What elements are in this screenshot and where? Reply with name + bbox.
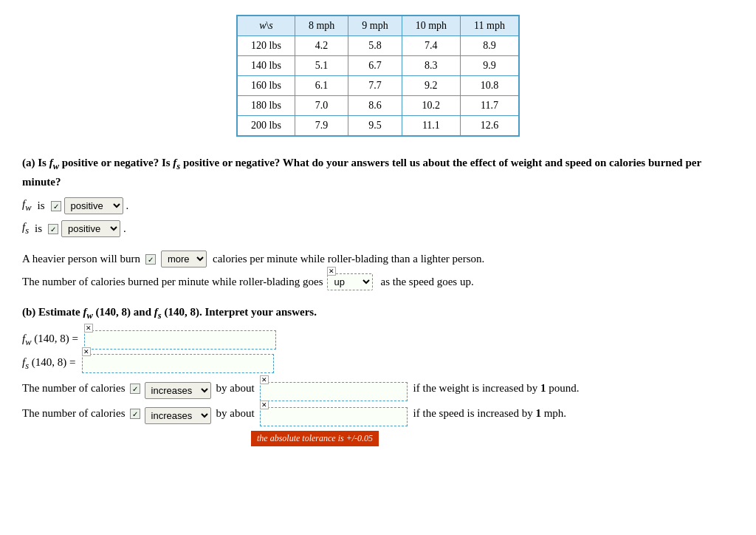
table-header-10mph: 10 mph: [402, 16, 460, 36]
cell-180-10: 10.2: [402, 96, 460, 116]
by-about-1: by about: [216, 382, 255, 395]
speed-text2: if the speed is increased by 1 mph.: [413, 407, 566, 420]
up-dropdown[interactable]: up down: [327, 273, 373, 290]
table-header-11mph: 11 mph: [461, 16, 519, 36]
more-dropdown[interactable]: more fewer: [161, 251, 207, 268]
cell-160-11: 10.8: [461, 76, 519, 96]
fs-140-row: fs (140, 8) = ✕: [22, 354, 734, 373]
fs-140-input[interactable]: [82, 354, 274, 373]
part-b-label: (b): [22, 306, 35, 318]
cell-120-8: 4.2: [295, 36, 348, 56]
up-input-wrapper: ✕ up down: [327, 273, 373, 290]
speed-text1: The number of calories burned per minute…: [22, 276, 323, 288]
cal-weight-input[interactable]: [260, 382, 408, 401]
part-a-section: (a) Is fw positive or negative? Is fs po…: [22, 154, 734, 290]
cell-200-10: 11.1: [402, 116, 460, 137]
speed-text2: as the speed goes up.: [380, 276, 473, 288]
check-indicator-fs: ✓: [48, 222, 58, 235]
weight-increase-input-wrapper: ✕: [260, 382, 408, 401]
fs-140-input-wrapper: ✕: [82, 354, 274, 373]
cell-180-11: 11.7: [461, 96, 519, 116]
heavier-person-row: A heavier person will burn ✓ more fewer …: [22, 251, 734, 268]
fs-answer-row: fs is ✓ positive negative .: [22, 220, 734, 237]
fs-variable: fs: [22, 221, 29, 236]
cell-120-11: 8.9: [461, 36, 519, 56]
x-mark-speed[interactable]: ✕: [327, 267, 336, 276]
tolerance-tooltip: the absolute tolerance is +/-0.05: [251, 431, 379, 446]
table-header-ws: w\s: [237, 16, 295, 36]
cell-200-9: 9.5: [348, 116, 402, 137]
cell-160-9: 7.7: [348, 76, 402, 96]
cell-200-8: 7.9: [295, 116, 348, 137]
weight-200: 200 lbs: [237, 116, 295, 137]
table-header-9mph: 9 mph: [348, 16, 402, 36]
cal-weight-row: The number of calories ✓ increases decre…: [22, 382, 734, 401]
cell-200-11: 12.6: [461, 116, 519, 137]
by-about-2: by about: [216, 407, 255, 420]
check-indicator-increases1: ✓: [130, 382, 140, 395]
increases-dropdown-1[interactable]: increases decreases: [145, 382, 211, 399]
cell-140-11: 9.9: [461, 56, 519, 76]
increases-dropdown-2[interactable]: increases decreases: [145, 407, 211, 424]
fw-140-label: fw (140, 8) =: [22, 333, 78, 348]
fw-answer-row: fw is ✓ positive negative .: [22, 197, 734, 214]
cell-140-8: 5.1: [295, 56, 348, 76]
weight-180: 180 lbs: [237, 96, 295, 116]
tolerance-tooltip-wrapper: the absolute tolerance is +/-0.05: [251, 429, 734, 446]
fs-positive-dropdown[interactable]: positive negative: [61, 220, 120, 237]
cell-180-8: 7.0: [295, 96, 348, 116]
cal-speed-input[interactable]: [260, 407, 408, 426]
fw-140-input-wrapper: ✕: [84, 330, 276, 350]
weight-text2: if the weight is increased by 1 pound.: [413, 382, 580, 395]
cell-140-9: 6.7: [348, 56, 402, 76]
cell-140-10: 8.3: [402, 56, 460, 76]
fw-variable: fw: [22, 198, 32, 214]
heavier-text2: calories per minute while roller-blading…: [213, 253, 484, 265]
speed-row: The number of calories burned per minute…: [22, 273, 734, 290]
part-a-label: (a): [22, 157, 35, 168]
part-b-section: (b) Estimate fw (140, 8) and fs (140, 8)…: [22, 304, 734, 446]
fw-140-input[interactable]: [84, 330, 276, 350]
weight-120: 120 lbs: [237, 36, 295, 56]
check-indicator-increases2: ✓: [130, 407, 140, 420]
cell-120-10: 7.4: [402, 36, 460, 56]
check-indicator-fw: ✓: [51, 200, 61, 212]
table-row: 180 lbs 7.0 8.6 10.2 11.7: [237, 96, 519, 116]
cal2-text1: The number of calories: [22, 407, 126, 420]
fs-is-label: is: [35, 222, 42, 235]
x-mark-cal1[interactable]: ✕: [260, 375, 269, 384]
table-header-8mph: 8 mph: [295, 16, 348, 36]
fw-140-row: fw (140, 8) = ✕: [22, 330, 734, 350]
cell-180-9: 8.6: [348, 96, 402, 116]
table-row: 120 lbs 4.2 5.8 7.4 8.9: [237, 36, 519, 56]
calorie-table: w\s 8 mph 9 mph 10 mph 11 mph 120 lbs 4.…: [236, 15, 520, 137]
cal-text1: The number of calories: [22, 382, 126, 395]
cell-160-10: 9.2: [402, 76, 460, 96]
table-row: 200 lbs 7.9 9.5 11.1 12.6: [237, 116, 519, 137]
heavier-text1: A heavier person will burn: [22, 253, 140, 265]
cal-speed-row: The number of calories ✓ increases decre…: [22, 407, 734, 426]
cell-120-9: 5.8: [348, 36, 402, 56]
x-mark-cal2[interactable]: ✕: [260, 401, 269, 409]
table-section: w\s 8 mph 9 mph 10 mph 11 mph 120 lbs 4.…: [22, 15, 734, 137]
fs-140-label: fs (140, 8) =: [22, 356, 76, 372]
fw-positive-dropdown[interactable]: positive negative: [64, 197, 123, 214]
weight-140: 140 lbs: [237, 56, 295, 76]
x-mark-fw140[interactable]: ✕: [84, 324, 93, 333]
part-b-question: (b) Estimate fw (140, 8) and fs (140, 8)…: [22, 304, 734, 323]
speed-increase-input-wrapper: ✕: [260, 407, 408, 426]
fw-is-label: is: [38, 200, 45, 212]
cell-160-8: 6.1: [295, 76, 348, 96]
weight-160: 160 lbs: [237, 76, 295, 96]
check-indicator-more: ✓: [145, 253, 156, 265]
table-row: 140 lbs 5.1 6.7 8.3 9.9: [237, 56, 519, 76]
fw-period: .: [126, 200, 129, 212]
table-row: 160 lbs 6.1 7.7 9.2 10.8: [237, 76, 519, 96]
x-mark-fs140[interactable]: ✕: [82, 347, 91, 356]
part-a-question: (a) Is fw positive or negative? Is fs po…: [22, 154, 734, 190]
fs-period: .: [123, 222, 126, 235]
